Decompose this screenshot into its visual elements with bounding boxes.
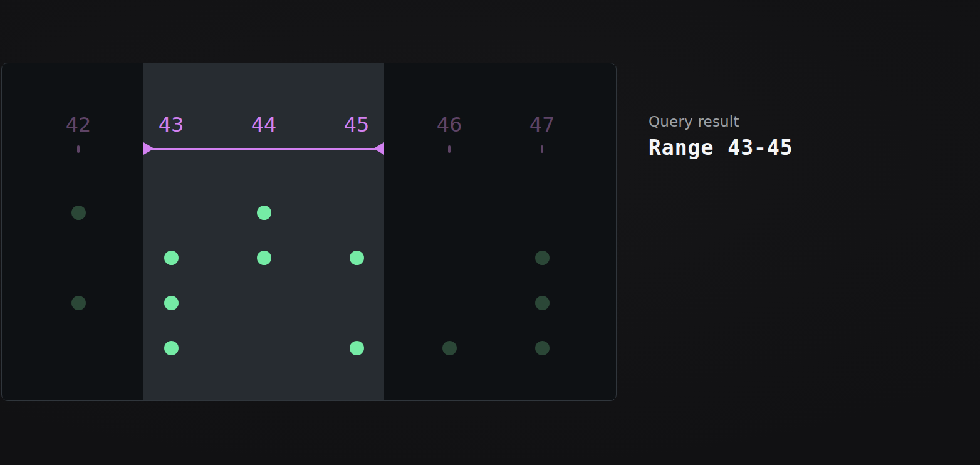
data-point — [164, 341, 179, 355]
data-point — [71, 206, 86, 220]
column-tick-47 — [541, 145, 543, 153]
data-point — [535, 341, 550, 355]
data-point — [164, 296, 179, 310]
query-result-block: Query result Range 43-45 — [649, 113, 793, 160]
column-label-43: 43 — [141, 113, 201, 136]
data-point — [535, 251, 550, 265]
query-result-heading: Query result — [649, 113, 793, 130]
column-label-46: 46 — [419, 113, 479, 136]
data-point — [442, 341, 457, 355]
range-label: Range — [649, 135, 714, 160]
data-point — [71, 296, 86, 310]
range-selector-line[interactable] — [143, 148, 384, 150]
column-tick-46 — [448, 145, 451, 153]
range-value: 43-45 — [727, 135, 793, 160]
range-handle-right[interactable] — [373, 142, 384, 155]
page-background: 424344454647 Query result Range 43-45 — [0, 0, 980, 465]
column-label-42: 42 — [48, 113, 108, 136]
column-label-47: 47 — [512, 113, 572, 136]
data-point — [535, 296, 550, 310]
data-point — [164, 251, 179, 265]
column-tick-42 — [77, 145, 80, 153]
data-point — [257, 251, 271, 265]
column-label-44: 44 — [234, 113, 294, 136]
data-point — [350, 341, 364, 355]
data-point — [257, 206, 271, 220]
range-handle-left[interactable] — [143, 142, 154, 155]
data-point — [350, 251, 364, 265]
query-result-value: Range 43-45 — [649, 135, 793, 160]
range-query-panel: 424344454647 — [1, 63, 617, 401]
column-label-45: 45 — [326, 113, 387, 136]
